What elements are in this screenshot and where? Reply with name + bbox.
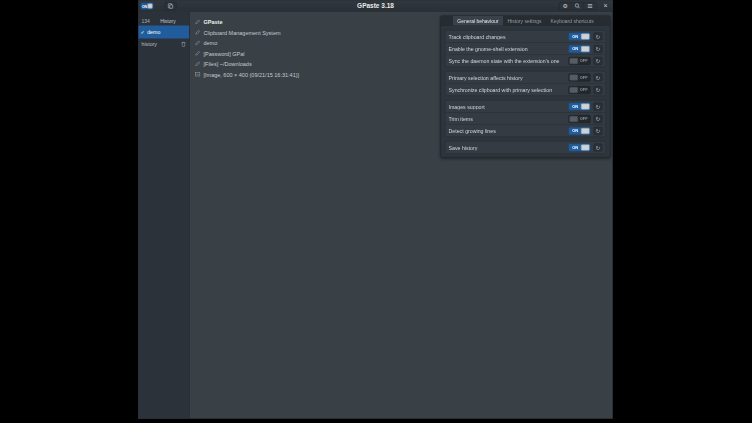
switch-handle <box>570 116 579 122</box>
toggle-switch[interactable]: OFF <box>569 74 591 82</box>
copy-paste-button[interactable] <box>165 2 177 10</box>
delete-history-button[interactable] <box>181 41 186 47</box>
reset-icon: ↻ <box>596 58 601 64</box>
history-name: history <box>142 41 182 47</box>
switch-handle <box>570 58 579 64</box>
daemon-switch[interactable]: ON <box>141 3 154 10</box>
clipboard-item[interactable]: [Image, 600 × 400 (09/21/15 16:31:41)] <box>190 69 440 80</box>
search-icon <box>575 3 581 9</box>
clipboard-item[interactable]: Clipboard Management System <box>190 27 440 38</box>
history-list-item-history[interactable]: history <box>139 39 190 50</box>
switch-handle <box>581 128 590 134</box>
tab-general-behaviour[interactable]: General behaviour <box>453 16 503 26</box>
clipboard-item[interactable]: [Files] ~/Downloads <box>190 59 440 70</box>
setting-label: Sync the daemon state with the extension… <box>449 58 569 64</box>
clipboard-item[interactable]: demo <box>190 38 440 49</box>
setting-label: Track clipboard changes <box>449 34 569 40</box>
switch-handle <box>581 104 590 110</box>
close-button[interactable]: × <box>602 2 610 11</box>
clipboard-item-text: GPaste <box>204 19 223 25</box>
switch-handle <box>148 4 153 9</box>
reset-icon: ↻ <box>596 104 601 110</box>
reset-button[interactable]: ↻ <box>594 127 603 135</box>
history-name: demo <box>147 29 187 35</box>
settings-group-primary-selection: Primary selection affects history OFF ↻ … <box>445 71 606 96</box>
switch-handle <box>581 34 590 40</box>
reset-icon: ↻ <box>596 87 601 93</box>
toggle-state-label: OFF <box>578 88 590 93</box>
gpaste-window: ON GPaste 3.18 ⚙ <box>138 0 613 419</box>
edit-icon <box>195 61 201 67</box>
gear-icon: ⚙ <box>563 3 568 9</box>
clipboard-item-text: Clipboard Management System <box>204 29 281 35</box>
setting-label: Detect growing lines <box>449 128 569 134</box>
history-item-count: 134 <box>142 18 150 24</box>
setting-label: Primary selection affects history <box>449 75 569 81</box>
setting-label: Save history <box>449 145 569 151</box>
toggle-switch[interactable]: ON <box>569 127 591 135</box>
setting-label: Trim items <box>449 116 569 122</box>
history-list-item-default[interactable]: 134 History <box>139 16 190 26</box>
clipboard-item[interactable]: [Password] GPal <box>190 48 440 59</box>
reset-button[interactable]: ↻ <box>594 86 603 94</box>
settings-row: Images support ON ↻ <box>446 101 606 113</box>
setting-label: Images support <box>449 104 569 110</box>
settings-row: Trim items OFF ↻ <box>446 113 606 125</box>
copy-icon <box>168 3 174 9</box>
settings-body: Track clipboard changes ON ↻ Enable the … <box>441 26 610 158</box>
toggle-switch[interactable]: ON <box>569 103 591 111</box>
toggle-switch[interactable]: OFF <box>569 57 591 65</box>
settings-row: Detect growing lines ON ↻ <box>446 125 606 137</box>
settings-tabs: General behaviour History settings Keybo… <box>441 16 610 26</box>
tab-history-settings[interactable]: History settings <box>503 16 546 26</box>
tab-keyboard-shortcuts[interactable]: Keyboard shortcuts <box>546 16 598 26</box>
toggle-switch[interactable]: OFF <box>569 86 591 94</box>
switch-handle <box>581 46 590 52</box>
toggle-state-label: ON <box>570 145 582 150</box>
menu-icon <box>587 3 593 9</box>
settings-row: Primary selection affects history OFF ↻ <box>446 72 606 84</box>
toggle-state-label: ON <box>570 34 582 39</box>
settings-button[interactable]: ⚙ <box>559 2 572 10</box>
history-list-item-demo[interactable]: ✓ demo <box>139 26 190 39</box>
toggle-state-label: ON <box>570 104 582 109</box>
setting-label: Synchronize clipboard with primary selec… <box>449 87 569 93</box>
toggle-switch[interactable]: ON <box>569 144 591 152</box>
edit-icon <box>195 51 201 57</box>
window-title: GPaste 3.18 <box>357 1 394 12</box>
reset-button[interactable]: ↻ <box>594 103 603 111</box>
histories-sidebar: 134 History ✓ demo history <box>139 12 190 419</box>
reset-icon: ↻ <box>596 75 601 81</box>
switch-handle <box>570 87 579 93</box>
settings-row: Synchronize clipboard with primary selec… <box>446 84 606 96</box>
reset-button[interactable]: ↻ <box>594 57 603 65</box>
clipboard-item[interactable]: GPaste <box>190 17 440 28</box>
toggle-state-label: ON <box>570 129 582 134</box>
reset-button[interactable]: ↻ <box>594 115 603 123</box>
toggle-switch[interactable]: ON <box>569 45 591 53</box>
menu-button[interactable] <box>584 2 597 10</box>
settings-group-items: Images support ON ↻ Trim items <box>445 100 606 137</box>
clipboard-item-text: demo <box>204 40 218 46</box>
clipboard-item-text: [Files] ~/Downloads <box>204 61 252 67</box>
toggle-switch[interactable]: OFF <box>569 115 591 123</box>
setting-label: Enable the gnome-shell extension <box>449 46 569 52</box>
search-button[interactable] <box>572 2 585 10</box>
settings-panel: General behaviour History settings Keybo… <box>441 16 611 158</box>
reset-button[interactable]: ↻ <box>594 74 603 82</box>
reset-button[interactable]: ↻ <box>594 33 603 41</box>
settings-row: Track clipboard changes ON ↻ <box>446 31 606 43</box>
clipboard-item-list: GPaste Clipboard Management System demo … <box>190 12 440 80</box>
check-icon: ✓ <box>141 29 145 35</box>
toggle-switch[interactable]: ON <box>569 33 591 41</box>
reset-icon: ↻ <box>596 116 601 122</box>
header-button-group: ⚙ <box>559 2 597 10</box>
desktop: ON GPaste 3.18 ⚙ <box>0 0 752 423</box>
trash-icon <box>181 41 186 47</box>
toggle-state-label: OFF <box>578 117 590 122</box>
settings-group-clipboard: Track clipboard changes ON ↻ Enable the … <box>445 30 606 67</box>
toggle-state-label: OFF <box>578 59 590 64</box>
settings-row: Save history ON ↻ <box>446 142 606 154</box>
reset-button[interactable]: ↻ <box>594 45 603 53</box>
reset-button[interactable]: ↻ <box>594 144 603 152</box>
